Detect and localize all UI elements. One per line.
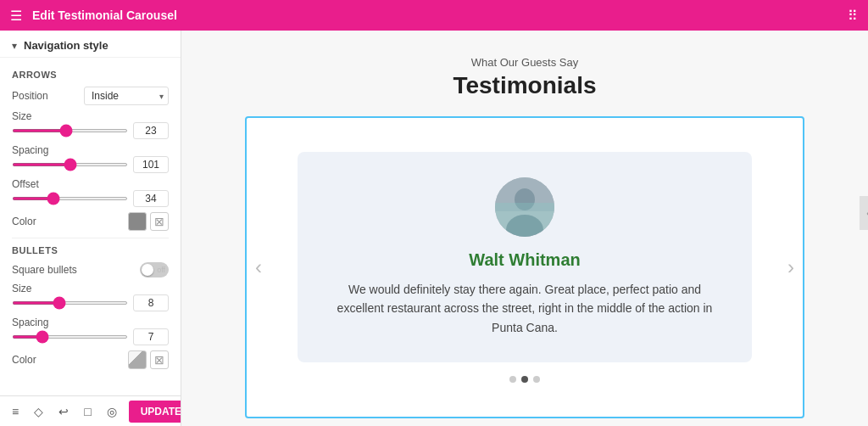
- hamburger-icon[interactable]: ☰: [10, 8, 22, 24]
- bullets-size-slider-row: 8: [12, 294, 169, 311]
- svg-rect-5: [495, 203, 554, 237]
- bullets-size-slider[interactable]: [12, 301, 128, 305]
- size-input[interactable]: 23: [133, 122, 169, 139]
- carousel-wrapper: ‹: [245, 116, 804, 418]
- page-title: Edit Testimonial Carousel: [32, 8, 837, 22]
- bullets-spacing-slider[interactable]: [12, 335, 128, 339]
- spacing-slider[interactable]: [12, 163, 128, 166]
- position-select[interactable]: Inside Outside Hidden: [84, 87, 169, 105]
- section-heading: Testimonials: [453, 72, 596, 99]
- preview-area: What Our Guests Say Testimonials ‹: [181, 31, 868, 426]
- device-icon[interactable]: □: [81, 401, 94, 422]
- square-bullets-label: Square bullets: [12, 264, 77, 276]
- shapes-icon[interactable]: ◇: [31, 401, 47, 422]
- bullets-spacing-input[interactable]: 7: [133, 328, 169, 345]
- dot-3[interactable]: [533, 376, 540, 383]
- testimonial-card: Walt Whitman We would definitely stay th…: [298, 152, 752, 362]
- bullets-color-controls: ⊠: [128, 350, 169, 369]
- sidebar-content: Arrows Position Inside Outside Hidden Si…: [0, 58, 181, 395]
- carousel-dots: [509, 376, 540, 383]
- size-slider[interactable]: [12, 129, 128, 132]
- update-btn-group: UPDATE ▾: [129, 401, 181, 423]
- nav-section[interactable]: ▾ Navigation style: [0, 31, 181, 58]
- bullets-size-label: Size: [12, 283, 169, 294]
- bullets-spacing-label: Spacing: [12, 317, 169, 328]
- offset-slider[interactable]: [12, 197, 128, 200]
- nav-section-label: Navigation style: [24, 39, 108, 52]
- arrows-section-title: Arrows: [12, 70, 169, 80]
- bullets-color-clear[interactable]: ⊠: [150, 350, 169, 369]
- bullets-color-row: Color ⊠: [12, 350, 169, 369]
- testimonial-name: Walt Whitman: [469, 250, 580, 270]
- bullets-size-input[interactable]: 8: [133, 294, 169, 311]
- carousel-right-arrow[interactable]: ›: [779, 255, 803, 279]
- chevron-down-icon: ▾: [12, 40, 17, 52]
- preview-main: What Our Guests Say Testimonials ‹: [181, 31, 868, 426]
- arrows-color-label: Color: [12, 216, 36, 227]
- square-bullets-toggle[interactable]: off: [140, 262, 169, 277]
- eye-icon[interactable]: ◎: [103, 401, 120, 422]
- testimonial-text: We would definitely stay there again. Gr…: [331, 280, 718, 337]
- sidebar: ▾ Navigation style Arrows Position Insid…: [0, 31, 181, 426]
- dot-1[interactable]: [509, 376, 516, 383]
- layers-icon[interactable]: ≡: [8, 401, 22, 422]
- bottom-toolbar: ≡ ◇ ↩ □ ◎ UPDATE ▾: [0, 395, 181, 426]
- carousel-left-arrow[interactable]: ‹: [247, 255, 270, 279]
- offset-label: Offset: [12, 178, 169, 190]
- position-label: Position: [12, 90, 48, 102]
- spacing-slider-row: 101: [12, 156, 169, 173]
- carousel-slide: Walt Whitman We would definitely stay th…: [247, 135, 803, 400]
- spacing-label: Spacing: [12, 144, 169, 156]
- main-layout: ▾ Navigation style Arrows Position Insid…: [0, 31, 868, 426]
- arrows-color-swatch[interactable]: [128, 212, 147, 231]
- arrows-color-clear[interactable]: ⊠: [150, 212, 169, 231]
- undo-icon[interactable]: ↩: [55, 401, 72, 422]
- bullets-color-swatch[interactable]: [128, 350, 147, 369]
- square-bullets-row: Square bullets off: [12, 262, 169, 277]
- position-row: Position Inside Outside Hidden: [12, 87, 169, 105]
- offset-input[interactable]: 34: [133, 190, 169, 207]
- section-subtitle: What Our Guests Say: [471, 56, 578, 69]
- spacing-input[interactable]: 101: [133, 156, 169, 173]
- bullets-spacing-slider-row: 7: [12, 328, 169, 345]
- top-bar: ☰ Edit Testimonial Carousel ⠿: [0, 0, 868, 31]
- update-button[interactable]: UPDATE: [129, 401, 181, 423]
- size-slider-row: 23: [12, 122, 169, 139]
- bullets-section-title: Bullets: [12, 245, 169, 255]
- arrows-color-controls: ⊠: [128, 212, 169, 231]
- bullets-color-label: Color: [12, 354, 36, 366]
- arrows-color-row: Color ⊠: [12, 212, 169, 231]
- dot-2[interactable]: [521, 376, 528, 383]
- size-label: Size: [12, 110, 169, 122]
- avatar: [495, 177, 554, 237]
- position-select-wrapper: Inside Outside Hidden: [84, 87, 169, 105]
- grid-icon[interactable]: ⠿: [848, 8, 858, 24]
- offset-slider-row: 34: [12, 190, 169, 207]
